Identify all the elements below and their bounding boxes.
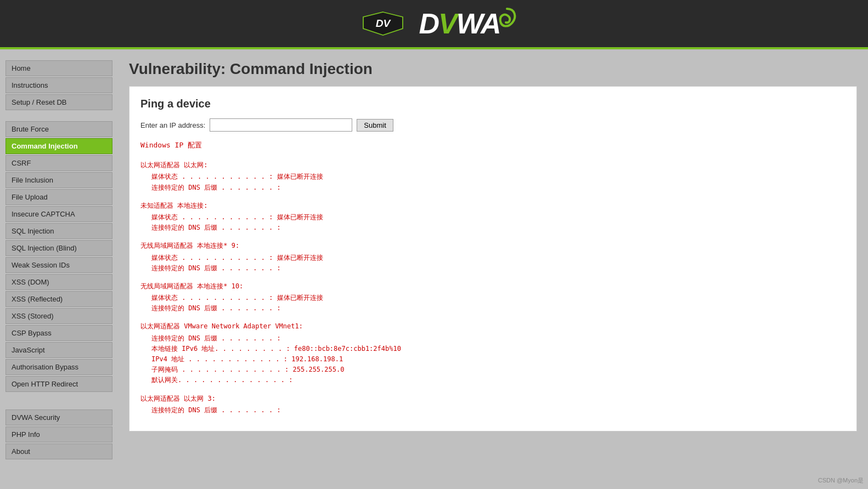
section-wifi9-row-0: 媒体状态 . . . . . . . . . . . : 媒体已断开连接	[140, 253, 846, 263]
sidebar-item-php-info[interactable]: PHP Info	[5, 427, 112, 442]
sidebar-item-csp-bypass[interactable]: CSP Bypass	[5, 325, 112, 341]
page-title: Vulnerability: Command Injection	[129, 60, 857, 78]
section-wifi10-row-1: 连接特定的 DNS 后缀 . . . . . . . :	[140, 303, 846, 314]
main-wrapper: Home Instructions Setup / Reset DB Brute…	[0, 49, 868, 469]
section-unknown-title: 未知适配器 本地连接:	[140, 201, 846, 211]
sidebar-item-setup[interactable]: Setup / Reset DB	[5, 94, 112, 110]
sidebar-item-insecure-captcha[interactable]: Insecure CAPTCHA	[5, 206, 112, 222]
section-ethernet3: 以太网适配器 以太网 3: 连接特定的 DNS 后缀 . . . . . . .…	[140, 394, 846, 416]
sidebar-item-weak-session-ids[interactable]: Weak Session IDs	[5, 257, 112, 273]
section-vmnet1-row-4: 默认网关. . . . . . . . . . . . . . :	[140, 375, 846, 385]
section-unknown-row-0: 媒体状态 . . . . . . . . . . . : 媒体已断开连接	[140, 212, 846, 223]
logo-swirl	[496, 6, 518, 36]
ip-input[interactable]	[210, 118, 352, 132]
ip-label: Enter an IP address:	[140, 121, 205, 129]
sidebar-item-sql-injection-blind[interactable]: SQL Injection (Blind)	[5, 240, 112, 256]
section-ethernet-row-0: 媒体状态 . . . . . . . . . . . : 媒体已断开连接	[140, 172, 846, 182]
sidebar-item-xss-stored[interactable]: XSS (Stored)	[5, 308, 112, 324]
section-vmnet1-row-2: IPv4 地址 . . . . . . . . . . . . : 192.16…	[140, 354, 846, 365]
sidebar-bottom-section: DVWA Security PHP Info About	[5, 410, 112, 459]
sidebar-item-about[interactable]: About	[5, 443, 112, 459]
section-wifi9-row-1: 连接特定的 DNS 后缀 . . . . . . . :	[140, 263, 846, 274]
sidebar-vuln-section: Brute Force Command Injection CSRF File …	[5, 121, 112, 392]
section-vmnet1: 以太网适配器 VMware Network Adapter VMnet1: 连接…	[140, 321, 846, 385]
section-ethernet: 以太网适配器 以太网: 媒体状态 . . . . . . . . . . . :…	[140, 160, 846, 193]
sidebar-item-sql-injection[interactable]: SQL Injection	[5, 223, 112, 239]
submit-button[interactable]: Submit	[357, 119, 393, 132]
sidebar-item-xss-reflected[interactable]: XSS (Reflected)	[5, 291, 112, 307]
section-wifi10-title: 无线局域网适配器 本地连接* 10:	[140, 281, 846, 292]
sidebar-divider-1	[5, 115, 112, 121]
section-vmnet1-title: 以太网适配器 VMware Network Adapter VMnet1:	[140, 321, 846, 332]
section-unknown: 未知适配器 本地连接: 媒体状态 . . . . . . . . . . . :…	[140, 201, 846, 234]
windows-config-link[interactable]: Windows IP 配置	[140, 141, 202, 149]
section-vmnet1-row-3: 子网掩码 . . . . . . . . . . . . . : 255.255…	[140, 365, 846, 375]
sidebar-item-instructions[interactable]: Instructions	[5, 77, 112, 93]
sidebar-item-home[interactable]: Home	[5, 60, 112, 76]
sidebar-item-brute-force[interactable]: Brute Force	[5, 121, 112, 137]
section-vmnet1-row-1: 本地链接 IPv6 地址. . . . . . . . . : fe80::bc…	[140, 344, 846, 354]
section-wifi10: 无线局域网适配器 本地连接* 10: 媒体状态 . . . . . . . . …	[140, 281, 846, 314]
section-wifi10-row-0: 媒体状态 . . . . . . . . . . . : 媒体已断开连接	[140, 293, 846, 303]
command-output: Windows IP 配置 以太网适配器 以太网: 媒体状态 . . . . .…	[140, 140, 846, 416]
header: DV DVWA	[0, 0, 868, 49]
sidebar: Home Instructions Setup / Reset DB Brute…	[0, 49, 118, 469]
sidebar-item-command-injection[interactable]: Command Injection	[5, 138, 112, 154]
sidebar-item-javascript[interactable]: JavaScript	[5, 342, 112, 358]
sidebar-item-xss-dom[interactable]: XSS (DOM)	[5, 274, 112, 290]
sidebar-top-section: Home Instructions Setup / Reset DB	[5, 60, 112, 110]
content-box-title: Ping a device	[140, 98, 846, 110]
section-ethernet-title: 以太网适配器 以太网:	[140, 160, 846, 170]
dvwa-logo: DV	[350, 4, 416, 43]
section-ethernet-row-1: 连接特定的 DNS 后缀 . . . . . . . :	[140, 183, 846, 193]
svg-text:DV: DV	[376, 18, 392, 29]
section-ethernet3-title: 以太网适配器 以太网 3:	[140, 394, 846, 404]
sidebar-item-authorisation-bypass[interactable]: Authorisation Bypass	[5, 359, 112, 375]
section-vmnet1-row-0: 连接特定的 DNS 后缀 . . . . . . . :	[140, 333, 846, 344]
sidebar-item-open-http-redirect[interactable]: Open HTTP Redirect	[5, 376, 112, 392]
main-content: Vulnerability: Command Injection Ping a …	[118, 49, 868, 469]
sidebar-item-csrf[interactable]: CSRF	[5, 155, 112, 171]
sidebar-divider-2	[5, 396, 112, 403]
section-wifi9: 无线局域网适配器 本地连接* 9: 媒体状态 . . . . . . . . .…	[140, 241, 846, 274]
windows-config-section: Windows IP 配置	[140, 140, 846, 151]
sidebar-item-dvwa-security[interactable]: DVWA Security	[5, 410, 112, 425]
content-box: Ping a device Enter an IP address: Submi…	[129, 86, 857, 431]
sidebar-item-file-inclusion[interactable]: File Inclusion	[5, 172, 112, 188]
section-unknown-row-1: 连接特定的 DNS 后缀 . . . . . . . :	[140, 223, 846, 233]
sidebar-item-file-upload[interactable]: File Upload	[5, 189, 112, 205]
section-ethernet3-row-0: 连接特定的 DNS 后缀 . . . . . . . :	[140, 405, 846, 416]
section-wifi9-title: 无线局域网适配器 本地连接* 9:	[140, 241, 846, 251]
ping-form: Enter an IP address: Submit	[140, 118, 846, 132]
